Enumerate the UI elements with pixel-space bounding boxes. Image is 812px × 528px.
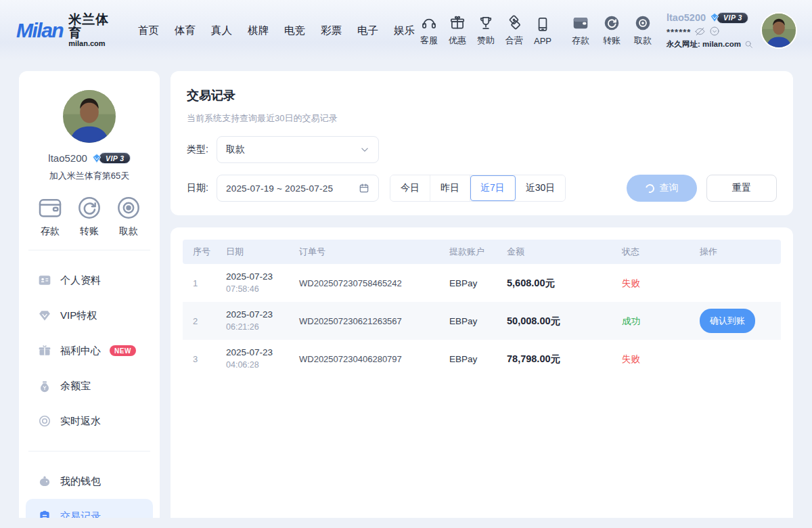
sidebar-item-wallet[interactable]: 我的钱包	[26, 464, 153, 499]
action-sponsor[interactable]: 赞助	[472, 14, 500, 47]
divider	[28, 451, 150, 452]
cell-index: 1	[183, 264, 223, 302]
type-select-value: 取款	[226, 144, 245, 156]
vip-diamond-icon	[91, 153, 102, 164]
divider	[28, 250, 150, 250]
vip-badge: VIP 3	[91, 152, 131, 164]
date-range-presets: 今日 昨日 近7日 近30日	[390, 175, 566, 202]
calendar-icon	[359, 183, 369, 194]
transfer-icon	[603, 14, 621, 32]
nav-item-home[interactable]: 首页	[138, 24, 159, 38]
cell-date: 2025-07-23 04:06:28	[223, 340, 296, 378]
eye-off-icon[interactable]	[694, 26, 706, 37]
nav-item-sports[interactable]: 体育	[175, 24, 196, 38]
cell-index: 2	[183, 302, 223, 340]
reset-button[interactable]: 重置	[706, 175, 777, 202]
avatar-photo	[63, 90, 116, 143]
headset-icon	[420, 14, 438, 32]
gift-icon	[449, 14, 466, 32]
header-no: 序号	[183, 240, 223, 264]
nav-item-slots[interactable]: 电子	[357, 24, 378, 38]
query-button[interactable]: 查询	[627, 175, 697, 202]
partner-tags-icon	[505, 14, 523, 32]
site-logo[interactable]: Milan 米兰体育 milan.com	[16, 13, 122, 47]
nav-item-entertainment[interactable]: 娱乐	[394, 24, 415, 38]
type-select[interactable]: 取款	[217, 136, 379, 163]
vip-level-text: VIP 3	[99, 152, 131, 164]
menu-label: 交易记录	[60, 510, 101, 519]
menu-label: 福利中心	[60, 345, 101, 357]
sidebar-item-vip[interactable]: VIP特权	[26, 298, 153, 333]
date-text: 2025-07-23	[226, 309, 294, 321]
cell-account: EBPay	[447, 340, 504, 378]
action-app[interactable]: APP	[528, 16, 557, 46]
profile-avatar[interactable]	[63, 90, 116, 143]
cell-order-no: WD202507230406280797	[296, 340, 447, 378]
nav-item-lottery[interactable]: 彩票	[321, 24, 342, 38]
confirm-receipt-button[interactable]: 确认到账	[700, 309, 755, 333]
deposit-wallet-icon	[572, 14, 589, 32]
date-text: 2025-07-23	[226, 347, 294, 359]
sidebar-quick-actions: 存款 转账 取款	[19, 194, 160, 238]
quick-transfer-button[interactable]: 转账	[76, 194, 103, 238]
user-avatar[interactable]	[762, 14, 796, 47]
topbar-actions: 客服 优惠 赞助 合营	[415, 14, 657, 47]
action-partner[interactable]: 合营	[500, 14, 528, 47]
chevron-down-icon	[360, 145, 369, 154]
masked-balance: ******	[667, 27, 691, 37]
range-today-button[interactable]: 今日	[390, 175, 430, 201]
action-label: 赞助	[477, 35, 495, 47]
action-transfer[interactable]: 转账	[597, 14, 626, 47]
cell-action	[697, 340, 781, 378]
filter-panel: 交易记录 当前系统支持查询最近30日的交易记录 类型: 取款 日期: 2025-…	[171, 71, 793, 215]
sidebar-item-profile[interactable]: 个人资料	[26, 263, 153, 298]
withdraw-icon	[115, 194, 142, 221]
cell-date: 2025-07-23 07:58:46	[223, 264, 296, 302]
date-text: 2025-07-23	[226, 271, 294, 283]
range-30days-button[interactable]: 近30日	[516, 175, 566, 201]
type-filter-row: 类型: 取款	[187, 136, 777, 163]
menu-label: 个人资料	[60, 274, 101, 287]
quick-deposit-button[interactable]: 存款	[37, 194, 64, 238]
menu-label: 余额宝	[60, 380, 91, 393]
table-header-row: 序号 日期 订单号 提款账户 金额 状态 操作	[183, 240, 781, 264]
action-support[interactable]: 客服	[415, 14, 443, 47]
action-promo[interactable]: 优惠	[443, 14, 472, 47]
action-withdraw[interactable]: 取款	[629, 14, 657, 47]
site-url-text: 永久网址: milan.com	[667, 39, 741, 49]
range-yesterday-button[interactable]: 昨日	[430, 175, 470, 201]
sidebar-item-transactions[interactable]: 交易记录	[26, 499, 153, 518]
nav-item-live[interactable]: 真人	[211, 24, 232, 38]
action-label: 取款	[634, 35, 652, 47]
sidebar-item-yuebao[interactable]: 余额宝	[26, 368, 153, 403]
quick-withdraw-button[interactable]: 取款	[115, 194, 142, 238]
refresh-circle-icon[interactable]	[709, 26, 720, 37]
withdraw-icon	[634, 14, 652, 32]
sidebar-item-welfare[interactable]: 福利中心 NEW	[26, 333, 153, 368]
new-badge: NEW	[110, 345, 136, 356]
quick-label: 转账	[80, 225, 99, 238]
join-days-text: 加入米兰体育第65天	[19, 170, 160, 182]
header-order: 订单号	[296, 240, 447, 264]
header-amount: 金额	[504, 240, 619, 264]
logo-domain-text: milan.com	[68, 40, 122, 48]
loading-spinner-icon	[644, 182, 656, 194]
menu-label: 实时返水	[60, 415, 101, 428]
sidebar-item-rebate[interactable]: 实时返水	[26, 403, 153, 439]
type-label: 类型:	[187, 144, 217, 156]
time-text: 04:06:28	[226, 359, 294, 371]
header-account: 提款账户	[447, 240, 504, 264]
trophy-icon	[477, 14, 495, 32]
menu-label: 我的钱包	[60, 475, 101, 488]
cell-account: EBPay	[447, 302, 504, 340]
date-range-input[interactable]: 2025-07-19 ~ 2025-07-25	[217, 175, 379, 202]
header-status: 状态	[619, 240, 697, 264]
action-label: 优惠	[449, 35, 466, 47]
nav-item-esports[interactable]: 电竞	[284, 24, 305, 38]
action-label: 合营	[505, 35, 523, 47]
nav-item-chess[interactable]: 棋牌	[248, 24, 269, 38]
cell-amount: 5,608.00元	[504, 264, 619, 302]
action-deposit[interactable]: 存款	[566, 14, 595, 47]
search-icon[interactable]	[744, 40, 753, 49]
range-7days-button[interactable]: 近7日	[470, 175, 516, 201]
